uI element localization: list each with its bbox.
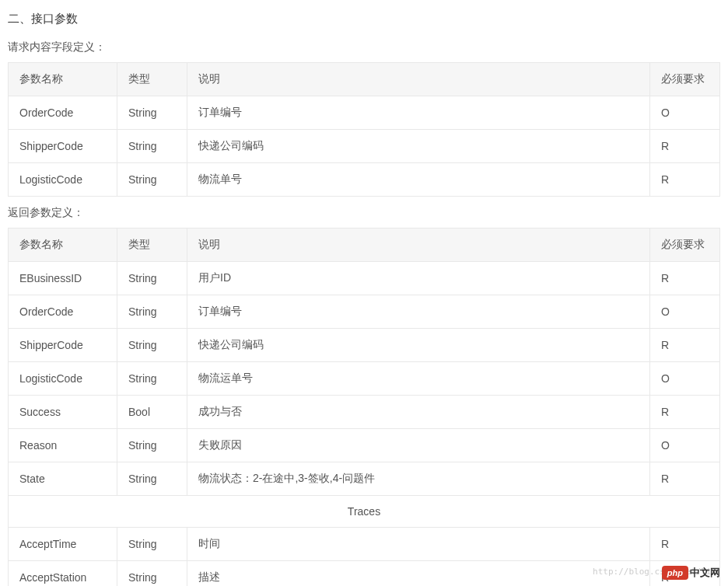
cell-name: AcceptTime — [9, 528, 117, 561]
cell-req: R — [650, 329, 720, 362]
table-row: LogisticCode String 物流运单号 O — [9, 362, 720, 396]
cell-name: OrderCode — [9, 295, 117, 329]
cell-type: String — [117, 429, 187, 462]
cell-name: Reason — [9, 429, 117, 462]
cell-desc: 物流状态：2-在途中,3-签收,4-问题件 — [187, 462, 650, 496]
cell-type: String — [117, 561, 187, 587]
cell-type: String — [117, 130, 187, 163]
cell-desc: 订单编号 — [187, 96, 650, 130]
cell-desc: 描述 — [187, 561, 650, 587]
cell-req: R — [650, 561, 720, 587]
cell-type: String — [117, 295, 187, 329]
cell-type: String — [117, 462, 187, 496]
cell-req: O — [650, 362, 720, 396]
cell-type: String — [117, 528, 187, 561]
table-row: ShipperCode String 快递公司编码 R — [9, 130, 720, 163]
header-name: 参数名称 — [9, 63, 117, 96]
cell-type: String — [117, 163, 187, 197]
table-row: ShipperCode String 快递公司编码 R — [9, 329, 720, 362]
cell-desc: 成功与否 — [187, 396, 650, 429]
cell-req: R — [650, 262, 720, 295]
cell-type: String — [117, 262, 187, 295]
table-row: Success Bool 成功与否 R — [9, 396, 720, 429]
header-desc: 说明 — [187, 63, 650, 96]
request-table: 参数名称 类型 说明 必须要求 OrderCode String 订单编号 O … — [8, 62, 720, 197]
cell-req: R — [650, 130, 720, 163]
cell-name: ShipperCode — [9, 329, 117, 362]
table-row: AcceptStation String 描述 R — [9, 561, 720, 587]
cell-name: ShipperCode — [9, 130, 117, 163]
cell-req: O — [650, 429, 720, 462]
cell-desc: 物流运单号 — [187, 362, 650, 396]
table-row: LogisticCode String 物流单号 R — [9, 163, 720, 197]
request-subtitle: 请求内容字段定义： — [8, 40, 720, 54]
table-row: State String 物流状态：2-在途中,3-签收,4-问题件 R — [9, 462, 720, 496]
cell-name: Success — [9, 396, 117, 429]
cell-name: EBusinessID — [9, 262, 117, 295]
cell-type: String — [117, 329, 187, 362]
cell-desc: 订单编号 — [187, 295, 650, 329]
cell-req: R — [650, 462, 720, 496]
header-type: 类型 — [117, 63, 187, 96]
table-row: Reason String 失败原因 O — [9, 429, 720, 462]
cell-type: String — [117, 362, 187, 396]
section-title: 二、接口参数 — [8, 12, 720, 26]
cell-req: R — [650, 528, 720, 561]
cell-req: R — [650, 163, 720, 197]
cell-name: State — [9, 462, 117, 496]
cell-req: O — [650, 96, 720, 130]
traces-label: Traces — [9, 496, 720, 528]
table-row: EBusinessID String 用户ID R — [9, 262, 720, 295]
response-table: 参数名称 类型 说明 必须要求 EBusinessID String 用户ID … — [8, 228, 720, 586]
traces-row: Traces — [9, 496, 720, 528]
cell-name: OrderCode — [9, 96, 117, 130]
cell-req: O — [650, 295, 720, 329]
table-header-row: 参数名称 类型 说明 必须要求 — [9, 63, 720, 96]
cell-name: LogisticCode — [9, 362, 117, 396]
cell-type: String — [117, 96, 187, 130]
table-row: AcceptTime String 时间 R — [9, 528, 720, 561]
table-row: OrderCode String 订单编号 O — [9, 295, 720, 329]
header-desc: 说明 — [187, 228, 650, 262]
cell-desc: 失败原因 — [187, 429, 650, 462]
cell-desc: 快递公司编码 — [187, 329, 650, 362]
response-subtitle: 返回参数定义： — [8, 206, 720, 220]
cell-name: AcceptStation — [9, 561, 117, 587]
cell-req: R — [650, 396, 720, 429]
table-row: OrderCode String 订单编号 O — [9, 96, 720, 130]
cell-desc: 用户ID — [187, 262, 650, 295]
header-name: 参数名称 — [9, 228, 117, 262]
header-req: 必须要求 — [650, 228, 720, 262]
header-type: 类型 — [117, 228, 187, 262]
cell-desc: 物流单号 — [187, 163, 650, 197]
cell-type: Bool — [117, 396, 187, 429]
cell-desc: 快递公司编码 — [187, 130, 650, 163]
cell-desc: 时间 — [187, 528, 650, 561]
header-req: 必须要求 — [650, 63, 720, 96]
table-header-row: 参数名称 类型 说明 必须要求 — [9, 228, 720, 262]
cell-name: LogisticCode — [9, 163, 117, 197]
